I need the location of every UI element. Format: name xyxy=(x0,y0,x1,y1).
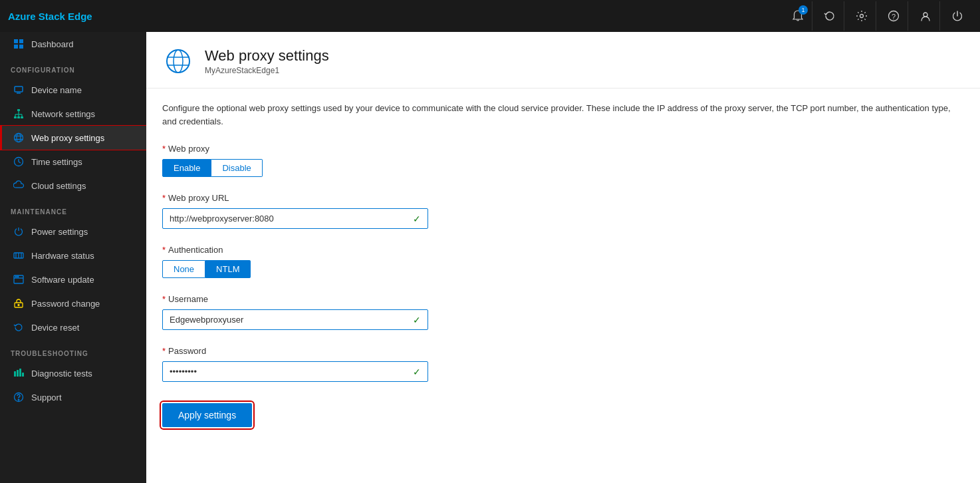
svg-rect-11 xyxy=(14,116,17,118)
svg-point-3 xyxy=(923,13,927,17)
content-area: Web proxy settings MyAzureStackEdge1 Con… xyxy=(146,32,980,483)
svg-point-19 xyxy=(15,134,23,142)
svg-rect-35 xyxy=(14,371,16,377)
sidebar-section-maintenance: MAINTENANCE xyxy=(0,198,146,220)
cloud-icon xyxy=(13,180,25,192)
sidebar-item-cloud-settings[interactable]: Cloud settings xyxy=(0,174,146,198)
topbar: Azure Stack Edge 1 ? xyxy=(0,0,980,32)
app-brand: Azure Stack Edge xyxy=(8,11,92,22)
diagnostic-icon xyxy=(13,367,25,379)
page-subtitle: MyAzureStackEdge1 xyxy=(205,66,329,75)
password-input-wrapper: ✓ xyxy=(162,361,428,382)
username-check-icon: ✓ xyxy=(406,315,428,325)
svg-rect-8 xyxy=(15,86,23,92)
sidebar-item-hardware-status[interactable]: Hardware status xyxy=(0,243,146,267)
svg-rect-6 xyxy=(14,45,18,49)
sidebar-label: Time settings xyxy=(31,157,82,167)
sidebar-label: Device reset xyxy=(31,323,79,333)
sidebar-item-network-settings[interactable]: Network settings xyxy=(0,102,146,126)
sidebar-label: Diagnostic tests xyxy=(31,369,92,379)
disable-button[interactable]: Disable xyxy=(211,159,262,177)
svg-text:?: ? xyxy=(891,13,895,21)
web-proxy-url-section: *Web proxy URL ✓ xyxy=(162,193,964,229)
sidebar-label: Web proxy settings xyxy=(31,133,104,143)
svg-rect-12 xyxy=(17,116,20,118)
sidebar-label: Hardware status xyxy=(31,251,94,261)
svg-rect-7 xyxy=(19,45,23,49)
web-proxy-label: *Web proxy xyxy=(162,144,964,154)
username-label: *Username xyxy=(162,294,964,304)
password-label: *Password xyxy=(162,346,964,356)
password-input[interactable] xyxy=(163,362,406,381)
sidebar-label: Cloud settings xyxy=(31,181,86,191)
help-button[interactable]: ? xyxy=(879,1,908,31)
svg-rect-5 xyxy=(19,39,23,43)
sidebar: Dashboard CONFIGURATION Device name Netw… xyxy=(0,32,146,483)
sidebar-label: Software update xyxy=(31,275,94,285)
power-icon xyxy=(13,226,25,238)
auth-ntlm-button[interactable]: NTLM xyxy=(205,260,251,278)
sidebar-item-software-update[interactable]: Software update xyxy=(0,267,146,291)
topbar-icons: 1 ? xyxy=(783,1,972,31)
page-title-block: Web proxy settings MyAzureStackEdge1 xyxy=(205,47,329,75)
username-input[interactable] xyxy=(163,310,406,329)
time-icon xyxy=(13,156,25,168)
page-body: Configure the optional web proxy setting… xyxy=(146,88,980,483)
sidebar-item-diagnostic-tests[interactable]: Diagnostic tests xyxy=(0,361,146,385)
page-title: Web proxy settings xyxy=(205,47,329,65)
svg-point-32 xyxy=(17,276,19,277)
reset-icon xyxy=(13,321,25,333)
svg-point-0 xyxy=(860,15,863,18)
sidebar-section-troubleshooting: TROUBLESHOOTING xyxy=(0,339,146,361)
url-input-wrapper: ✓ xyxy=(162,208,428,229)
auth-toggle: None NTLM xyxy=(162,260,964,278)
sidebar-label: Password change xyxy=(31,299,100,309)
software-icon xyxy=(13,273,25,285)
sidebar-label: Device name xyxy=(31,85,82,95)
sidebar-label: Power settings xyxy=(31,227,88,237)
password-check-icon: ✓ xyxy=(406,367,428,377)
password-icon xyxy=(13,297,25,309)
sidebar-label: Network settings xyxy=(31,109,95,119)
dashboard-icon xyxy=(13,38,25,50)
account-button[interactable] xyxy=(911,1,940,31)
sidebar-item-password-change[interactable]: Password change xyxy=(0,291,146,315)
device-icon xyxy=(13,84,25,96)
username-input-wrapper: ✓ xyxy=(162,309,428,330)
svg-point-34 xyxy=(18,305,19,306)
web-proxy-section: *Web proxy Enable Disable xyxy=(162,144,964,177)
refresh-button[interactable] xyxy=(815,1,844,31)
url-label: *Web proxy URL xyxy=(162,193,964,203)
page-header: Web proxy settings MyAzureStackEdge1 xyxy=(146,32,980,88)
sidebar-item-label: Dashboard xyxy=(31,39,74,49)
page-header-icon xyxy=(162,45,194,77)
settings-button[interactable] xyxy=(847,1,876,31)
sidebar-item-power-settings[interactable]: Power settings xyxy=(0,220,146,243)
svg-point-42 xyxy=(174,50,183,73)
support-icon xyxy=(13,391,25,403)
sidebar-item-device-reset[interactable]: Device reset xyxy=(0,315,146,339)
sidebar-item-time-settings[interactable]: Time settings xyxy=(0,150,146,174)
svg-rect-4 xyxy=(14,39,18,43)
main-layout: Dashboard CONFIGURATION Device name Netw… xyxy=(0,32,980,483)
password-section: *Password ✓ xyxy=(162,346,964,382)
svg-rect-10 xyxy=(17,109,20,111)
username-section: *Username ✓ xyxy=(162,294,964,330)
sidebar-item-dashboard[interactable]: Dashboard xyxy=(0,32,146,56)
notification-button[interactable]: 1 xyxy=(783,1,812,31)
url-input[interactable] xyxy=(163,209,406,228)
url-check-icon: ✓ xyxy=(406,214,428,224)
hardware-icon xyxy=(13,249,25,261)
power-button[interactable] xyxy=(943,1,972,31)
svg-point-20 xyxy=(17,134,21,142)
webproxy-icon xyxy=(13,132,25,144)
enable-button[interactable]: Enable xyxy=(162,159,211,177)
auth-none-button[interactable]: None xyxy=(162,260,205,278)
sidebar-item-web-proxy[interactable]: Web proxy settings xyxy=(0,126,146,150)
apply-settings-button[interactable]: Apply settings xyxy=(162,403,252,427)
notification-count: 1 xyxy=(798,5,808,15)
sidebar-item-device-name[interactable]: Device name xyxy=(0,78,146,102)
sidebar-item-support[interactable]: Support xyxy=(0,385,146,409)
svg-point-41 xyxy=(167,50,189,73)
authentication-section: *Authentication None NTLM xyxy=(162,245,964,278)
